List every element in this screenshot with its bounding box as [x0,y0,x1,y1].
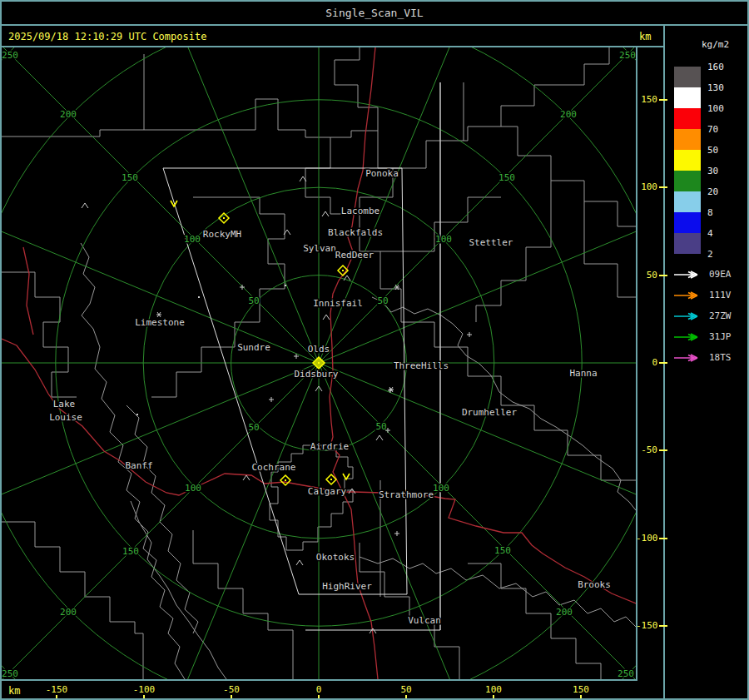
window-title: Single_Scan_VIL [325,7,423,19]
azimuth-radial-line [71,363,319,679]
town-caret-marker [82,203,88,208]
scale-value: 20 [707,186,744,197]
bottom-axis-tick-label: -50 [213,684,250,695]
scale-value: 160 [707,62,744,72]
bottom-axis-tick [405,695,407,700]
city-label: Cochrane [252,462,296,473]
right-axis-tick-label: -150 [636,620,657,631]
range-ring-label: 100 [185,483,201,494]
site-arrow-icon [672,353,702,363]
site-code: 18TS [709,352,732,363]
range-ring-label: 200 [60,607,77,618]
azimuth-radial-line [319,363,636,611]
town-caret-marker [296,560,303,565]
bottom-axis-unit: km [8,685,20,697]
town-caret-marker [243,475,250,480]
scale-swatch [674,191,701,212]
town-dot-marker [285,285,286,286]
city-label: Sylvan [303,243,336,254]
range-ring-label: 50 [248,422,259,433]
county-boundary-line [393,47,609,168]
map-unit-label: km [639,31,651,42]
city-label: Louise [49,412,82,423]
scale-value: 50 [707,145,744,156]
city-label: Lake [53,399,76,410]
city-label: Okotoks [316,552,355,563]
city-label: Olds [308,344,330,355]
range-ring-label: 50 [248,295,259,306]
county-boundary-line [193,530,293,679]
title-bar: Single_Scan_VIL [2,2,747,26]
city-label: Blackfalds [328,227,383,238]
scale-value: 30 [707,166,744,176]
radar-viewer-window: Single_Scan_VIL 2025/09/18 12:10:29 UTC … [0,0,749,700]
range-ring-label: 250 [2,50,18,61]
azimuth-radial-line [2,363,319,679]
right-axis-tick [659,625,667,627]
right-axis-tick [659,449,667,451]
county-boundary-line [360,214,636,480]
scale-swatch [674,129,701,150]
city-label: HighRiver [322,581,372,592]
bottom-axis-tick [493,695,494,700]
city-label: Hanna [569,368,597,379]
scale-value: 100 [707,103,744,114]
scale-swatch [674,87,701,108]
site-code: 27ZW [709,310,732,321]
city-label: Sundre [237,342,270,353]
radar-site-dot [330,479,332,480]
azimuth-radial-line [319,363,567,679]
scale-swatch [674,212,701,233]
site-code: 31JP [709,331,732,342]
range-ring-label: 250 [618,668,634,679]
county-boundary-line [360,543,459,679]
city-label: Calgary [308,486,347,497]
right-axis-tick-label: 50 [636,270,657,280]
scale-swatch [674,150,701,171]
range-ring-label: 200 [560,109,577,120]
city-label: Innisfail [313,298,363,309]
scale-swatch [674,233,701,254]
scale-value: 130 [707,82,744,93]
city-label: ThreeHills [394,360,449,371]
range-ring-label: 150 [499,172,515,183]
town-caret-marker [376,435,383,440]
city-label: Ponoka [365,168,399,179]
color-scale-legend: kg/m2 16013010070503020842 09EA111V27ZW3… [663,26,749,700]
highway-line [23,247,33,335]
city-label: Vulcan [408,615,441,626]
right-axis-tick-label: 150 [636,94,657,105]
city-label: Lacombe [341,206,379,216]
range-ring-label: 50 [375,421,386,432]
bottom-axis-tick-label: -100 [126,684,162,695]
right-axis-tick [659,538,667,539]
right-axis-tick-label: 0 [636,357,657,368]
range-ring-label: 200 [60,109,77,120]
right-axis-tick [659,362,667,364]
town-dot-marker [136,414,138,415]
range-ring-label: 250 [2,668,18,679]
scale-value: 8 [707,207,744,218]
bottom-axis-tick [56,695,57,700]
radar-site-dot [342,270,344,271]
range-ring-label: 150 [494,545,511,556]
bottom-axis-tick [318,695,320,700]
range-ring-label: 200 [556,607,573,618]
site-arrow-icon [672,270,702,280]
legend-unit-label: kg/m2 [702,39,729,50]
right-axis-tick [659,99,667,101]
site-arrow-icon [672,290,702,300]
right-axis-tick-label: 100 [636,181,657,192]
city-label: Drumheller [462,407,518,418]
right-axis-tick [659,275,667,276]
city-label: Stettler [469,237,513,248]
city-label: Banff [125,460,152,471]
right-axis-tick-label: -100 [636,533,657,544]
azimuth-radial-line [2,47,319,363]
bottom-distance-axis: km -150-100-50050100150 [2,681,663,700]
range-ring-label: 150 [122,546,139,557]
radar-map-canvas[interactable]: 5010015020025050100150200250501001502002… [2,47,637,681]
bottom-axis-tick [580,695,582,700]
county-boundary-line [131,501,226,679]
bottom-axis-tick-label: 100 [475,684,512,695]
